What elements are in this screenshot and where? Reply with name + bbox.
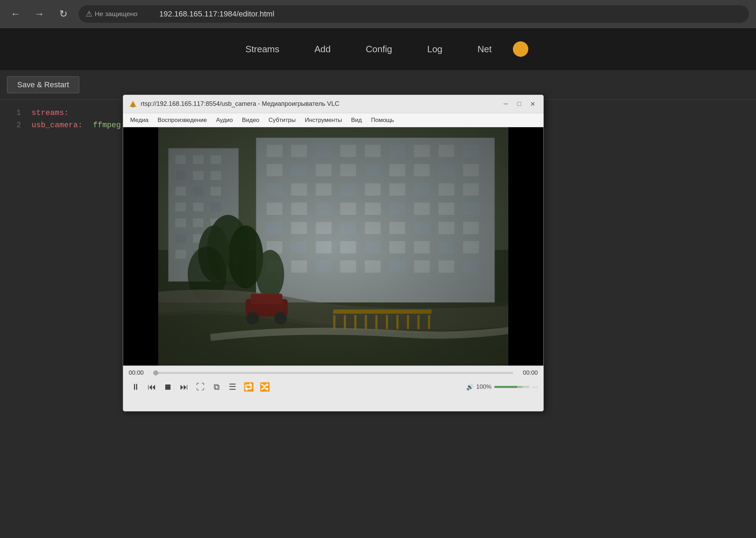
insecure-label: Не защищено — [95, 10, 138, 18]
vlc-menu-playback[interactable]: Воспроизведение — [154, 115, 210, 125]
vlc-close-button[interactable]: ✕ — [527, 99, 538, 109]
vlc-menu-subtitles[interactable]: Субтитры — [265, 115, 299, 125]
video-black-right — [508, 127, 543, 366]
vlc-window: rtsp://192.168.165.117:8554/usb_camera -… — [123, 95, 544, 411]
vlc-resize-icon: ⋯ — [532, 384, 538, 390]
vlc-fullscreen-button[interactable]: ⛶ — [193, 380, 207, 394]
address-bar-container: ⚠ Не защищено — [79, 5, 749, 23]
vlc-prev-button[interactable]: ⏮ — [145, 380, 159, 394]
vlc-time-right: 00:00 — [517, 369, 538, 376]
video-scene — [158, 127, 508, 366]
line-number-1: 1 — [11, 107, 21, 119]
line-number-2: 2 — [11, 119, 21, 131]
code-keyword-1: streams: — [32, 107, 69, 119]
vlc-volume-track[interactable] — [494, 386, 529, 388]
vlc-menubar: Медиа Воспроизведение Аудио Видео Субтит… — [123, 113, 543, 127]
vlc-title: rtsp://192.168.165.117:8554/usb_camera -… — [129, 100, 339, 108]
status-icon — [513, 41, 528, 57]
vlc-mute-icon[interactable]: 🔊 — [466, 383, 474, 391]
vlc-volume-label: 100% — [476, 383, 491, 390]
vlc-video-area — [123, 127, 543, 366]
browser-chrome: ← → ↻ ⚠ Не защищено — [0, 0, 756, 28]
vlc-maximize-button[interactable]: □ — [514, 99, 524, 109]
save-restart-button[interactable]: Save & Restart — [7, 76, 79, 93]
nav-streams[interactable]: Streams — [228, 28, 297, 70]
vlc-stop-button[interactable]: ⏹ — [161, 380, 175, 394]
vlc-menu-video[interactable]: Видео — [239, 115, 263, 125]
vlc-transport-controls: ⏸ ⏮ ⏹ ⏭ ⛶ ⧉ ☰ 🔁 🔀 — [129, 380, 272, 394]
vlc-seek-bar: 00:00 00:00 — [129, 369, 538, 376]
vlc-controls: 00:00 00:00 ⏸ ⏮ ⏹ ⏭ ⛶ ⧉ ☰ 🔁 🔀 🔊 100% — [123, 366, 543, 411]
nav-log[interactable]: Log — [410, 28, 460, 70]
vlc-menu-media[interactable]: Медиа — [127, 115, 152, 125]
forward-button[interactable]: → — [31, 6, 48, 22]
vlc-menu-audio[interactable]: Аудио — [213, 115, 236, 125]
vlc-seek-thumb[interactable] — [153, 370, 158, 375]
vlc-title-text: rtsp://192.168.165.117:8554/usb_camera -… — [141, 100, 339, 108]
vlc-playlist-button[interactable]: ☰ — [226, 380, 240, 394]
vlc-menu-help[interactable]: Помощь — [368, 115, 398, 125]
address-bar-input[interactable] — [79, 5, 749, 23]
svg-rect-2 — [132, 106, 134, 107]
video-scene-svg — [158, 127, 508, 366]
warning-icon: ⚠ — [86, 9, 93, 19]
back-button[interactable]: ← — [7, 6, 24, 22]
vlc-minimize-button[interactable]: ─ — [501, 99, 511, 109]
vlc-bottom-controls: ⏸ ⏮ ⏹ ⏭ ⛶ ⧉ ☰ 🔁 🔀 🔊 100% ⋯ — [129, 380, 538, 394]
vlc-shuffle-button[interactable]: 🔀 — [258, 380, 272, 394]
video-black-left — [123, 127, 158, 366]
nav-config[interactable]: Config — [348, 28, 410, 70]
vlc-titlebar: rtsp://192.168.165.117:8554/usb_camera -… — [123, 95, 543, 113]
vlc-next-button[interactable]: ⏭ — [177, 380, 191, 394]
top-nav: Streams Add Config Log Net — [0, 28, 756, 70]
vlc-seek-track[interactable] — [153, 372, 513, 374]
vlc-loop-button[interactable]: 🔁 — [242, 380, 256, 394]
vlc-cone-icon — [129, 100, 137, 108]
vlc-extended-button[interactable]: ⧉ — [209, 380, 223, 394]
vlc-window-controls: ─ □ ✕ — [501, 99, 538, 109]
svg-rect-115 — [158, 127, 508, 366]
code-keyword-2: usb_camera: — [32, 119, 82, 131]
vlc-time-left: 00:00 — [129, 369, 150, 376]
vlc-volume-area: 🔊 100% ⋯ — [466, 383, 538, 391]
nav-add[interactable]: Add — [297, 28, 348, 70]
vlc-pause-button[interactable]: ⏸ — [129, 380, 143, 394]
reload-button[interactable]: ↻ — [55, 6, 72, 22]
vlc-menu-tools[interactable]: Инструменты — [301, 115, 346, 125]
vlc-menu-view[interactable]: Вид — [348, 115, 366, 125]
nav-net[interactable]: Net — [460, 28, 509, 70]
